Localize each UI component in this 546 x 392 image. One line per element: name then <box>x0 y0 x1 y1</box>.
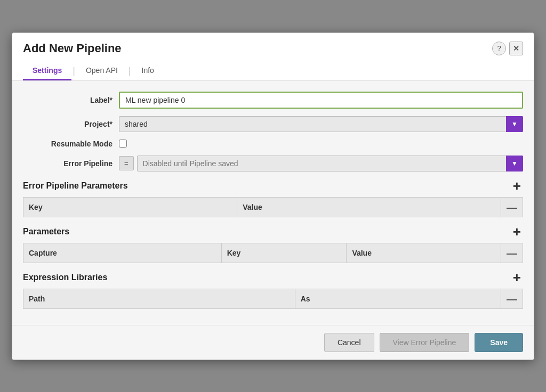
expression-libraries-table: Path As — <box>23 289 523 309</box>
error-pipeline-select-wrap: ▼ <box>137 156 523 172</box>
label-row: Label* <box>23 92 523 109</box>
tab-open-api[interactable]: Open API <box>76 62 127 80</box>
help-icon: ? <box>497 44 501 52</box>
project-select[interactable]: shared <box>119 116 523 132</box>
tab-bar: Settings | Open API | Info <box>23 62 523 80</box>
error-pipeline-params-value-header: Value <box>237 197 501 217</box>
remove-expression-library-button[interactable]: — <box>507 293 517 304</box>
expression-libraries-header: Expression Libraries + <box>23 271 523 284</box>
error-pipeline-params-header-row: Key Value — <box>23 197 523 217</box>
tab-divider-1: | <box>71 62 76 80</box>
header-icons: ? ✕ <box>492 42 523 55</box>
project-row: Project* shared ▼ <box>23 116 523 132</box>
error-pipeline-params-header: Error Pipeline Parameters + <box>23 179 523 193</box>
cancel-button[interactable]: Cancel <box>324 333 374 352</box>
parameters-header-row: Capture Key Value — <box>23 243 523 263</box>
error-pipeline-row: Error Pipeline = ▼ <box>23 156 523 172</box>
tab-divider-2: | <box>127 62 132 80</box>
resumable-mode-row: Resumable Mode <box>23 140 523 148</box>
dialog-title-row: Add New Pipeline ? ✕ <box>23 42 523 55</box>
parameters-key-header: Key <box>221 243 347 263</box>
tab-settings[interactable]: Settings <box>23 62 71 80</box>
expression-libraries-remove-header: — <box>501 289 523 308</box>
equals-button[interactable]: = <box>119 156 134 170</box>
error-pipeline-params-table: Key Value — <box>23 197 523 217</box>
error-pipeline-params-key-header: Key <box>23 197 237 217</box>
error-pipeline-select-inner: ▼ <box>137 156 523 172</box>
parameters-title: Parameters <box>23 227 69 236</box>
close-icon: ✕ <box>513 44 519 53</box>
error-pipeline-params-remove-header: — <box>501 197 523 217</box>
expression-libraries-as-header: As <box>295 289 501 308</box>
expression-libraries-header-row: Path As — <box>23 289 523 308</box>
add-pipeline-dialog: Add New Pipeline ? ✕ Settings | Open API… <box>12 32 534 360</box>
close-button[interactable]: ✕ <box>509 42 523 55</box>
view-error-pipeline-button[interactable]: View Error Pipeline <box>380 333 470 352</box>
save-button[interactable]: Save <box>475 333 523 352</box>
add-expression-library-button[interactable]: + <box>511 271 523 284</box>
remove-error-pipeline-param-button[interactable]: — <box>507 202 517 213</box>
project-select-wrap: shared ▼ <box>119 116 523 132</box>
label-input[interactable] <box>119 92 523 109</box>
resumable-mode-checkbox[interactable] <box>119 140 127 148</box>
error-pipeline-params-title: Error Pipeline Parameters <box>23 181 128 191</box>
expression-libraries-title: Expression Libraries <box>23 273 107 282</box>
parameters-table: Capture Key Value — <box>23 243 523 263</box>
error-pipeline-input <box>137 156 523 172</box>
dialog-title: Add New Pipeline <box>23 42 122 55</box>
add-error-pipeline-param-button[interactable]: + <box>511 179 523 193</box>
dialog-body: Label* Project* shared ▼ Resumable Mode <box>12 81 534 325</box>
parameters-value-header: Value <box>347 243 501 263</box>
remove-parameter-button[interactable]: — <box>507 248 517 258</box>
help-button[interactable]: ? <box>492 42 506 55</box>
parameters-capture-header: Capture <box>23 243 222 263</box>
tab-info[interactable]: Info <box>132 62 164 80</box>
resumable-mode-label: Resumable Mode <box>23 140 119 148</box>
expression-libraries-path-header: Path <box>23 289 295 308</box>
parameters-header: Parameters + <box>23 225 523 239</box>
add-parameter-button[interactable]: + <box>511 225 523 239</box>
parameters-remove-header: — <box>501 243 523 263</box>
error-pipeline-label: Error Pipeline <box>23 159 119 168</box>
dialog-header: Add New Pipeline ? ✕ Settings | Open API… <box>12 33 534 81</box>
project-field-label: Project* <box>23 120 119 128</box>
dialog-footer: Cancel View Error Pipeline Save <box>12 325 534 360</box>
project-field-wrap: shared ▼ <box>119 116 523 132</box>
label-field-label: Label* <box>23 96 119 104</box>
label-field-wrap <box>119 92 523 109</box>
